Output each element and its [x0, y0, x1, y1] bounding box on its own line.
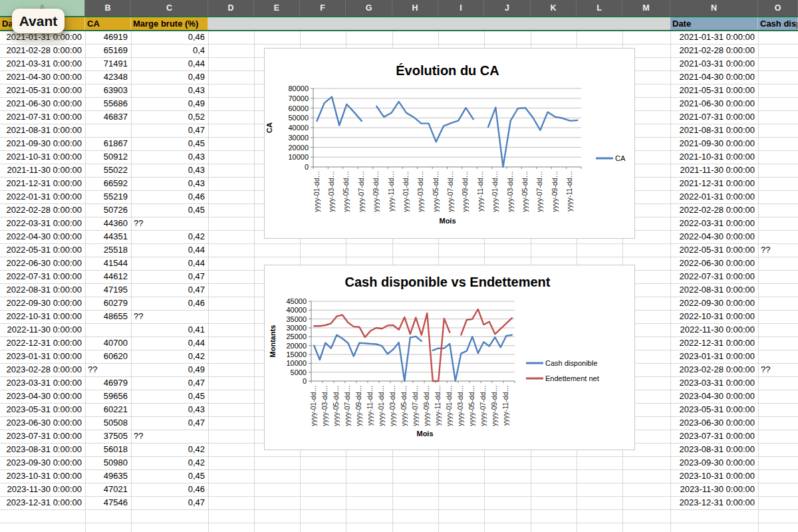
cell[interactable]: 2023-10-31 0:00:00 [670, 469, 758, 483]
cell[interactable]: ?? [131, 430, 208, 443]
cell[interactable]: 47021 [85, 483, 131, 496]
header-cell-ca[interactable]: CA [85, 17, 131, 30]
cell[interactable]: 2021-10-31 0:00:00 [670, 150, 758, 164]
cell[interactable]: 46979 [85, 376, 131, 390]
cell[interactable]: 0,44 [131, 257, 208, 270]
cell[interactable]: 0,43 [131, 177, 208, 190]
cell[interactable]: 2023-02-28 0:00:00 [670, 363, 758, 376]
header-cell-cash[interactable]: Cash dispo [758, 17, 798, 30]
cell[interactable]: 0,45 [131, 137, 208, 150]
cell[interactable]: 2021-01-31 0:00:00 [670, 31, 758, 44]
cell[interactable]: 2023-03-31 0:00:00 [670, 376, 758, 390]
cell[interactable]: 0,43 [131, 403, 208, 416]
cell[interactable]: 2021-04-30 0:00:00 [0, 70, 85, 84]
cell[interactable]: 2021-11-30 0:00:00 [0, 164, 85, 177]
cell[interactable]: 2021-07-31 0:00:00 [670, 110, 758, 124]
cell[interactable]: 2021-03-31 0:00:00 [0, 57, 85, 70]
cell[interactable]: 55219 [85, 190, 131, 203]
cell[interactable]: 2022-10-31 0:00:00 [0, 310, 85, 323]
cell[interactable]: 2023-06-30 0:00:00 [670, 416, 758, 430]
cell[interactable]: 0,42 [131, 350, 208, 363]
cell[interactable]: 55022 [85, 164, 131, 177]
cell[interactable]: 2022-12-31 0:00:00 [670, 336, 758, 350]
cell[interactable]: 47195 [85, 283, 131, 297]
chart-ca-evolution[interactable]: 0100002000030000400005000060000700008000… [264, 48, 635, 239]
cell[interactable]: 2021-10-31 0:00:00 [0, 150, 85, 164]
cell[interactable]: 2022-11-30 0:00:00 [670, 323, 758, 336]
cell[interactable]: 2021-09-30 0:00:00 [0, 137, 85, 150]
cell[interactable]: 48655 [85, 310, 131, 323]
cell[interactable]: 2022-10-31 0:00:00 [670, 310, 758, 323]
cell[interactable]: 2023-12-31 0:00:00 [670, 496, 758, 509]
cell[interactable]: 2023-10-31 0:00:00 [0, 469, 85, 483]
column-header-F[interactable]: F [300, 0, 346, 16]
header-cell-date-right[interactable]: Date [670, 17, 758, 30]
column-header-I[interactable]: I [438, 0, 484, 16]
cell[interactable]: 2023-12-31 0:00:00 [0, 496, 85, 509]
cell[interactable]: 0,52 [131, 110, 208, 124]
cell[interactable]: 2023-01-31 0:00:00 [0, 350, 85, 363]
cell[interactable]: 2021-06-30 0:00:00 [0, 97, 85, 110]
cell[interactable]: 0,43 [131, 150, 208, 164]
cell[interactable]: 46837 [85, 110, 131, 124]
cell[interactable]: 2022-09-30 0:00:00 [0, 297, 85, 310]
cell[interactable]: 0,43 [131, 84, 208, 97]
header-cell-marge[interactable]: Marge brute (%) [131, 17, 208, 30]
column-header-B[interactable]: B [85, 0, 131, 16]
cell[interactable]: 0,45 [131, 390, 208, 403]
cell[interactable]: 37505 [85, 430, 131, 443]
cell[interactable]: 2021-08-31 0:00:00 [670, 124, 758, 137]
cell[interactable]: 2021-06-30 0:00:00 [670, 97, 758, 110]
column-header-C[interactable]: C [131, 0, 208, 16]
cell[interactable]: ?? [131, 310, 208, 323]
cell[interactable]: 2023-04-30 0:00:00 [0, 390, 85, 403]
cell[interactable]: 60620 [85, 350, 131, 363]
cell[interactable]: 2023-09-30 0:00:00 [0, 456, 85, 469]
cell[interactable]: 2022-03-31 0:00:00 [670, 217, 758, 230]
chart-cash-vs-debt[interactable]: 0500010000150002000025000300003500040000… [264, 265, 635, 450]
cell[interactable]: 2023-06-30 0:00:00 [0, 416, 85, 430]
cell[interactable]: 44612 [85, 270, 131, 283]
cell[interactable]: 0,47 [131, 496, 208, 509]
cell[interactable]: 2022-01-31 0:00:00 [0, 190, 85, 203]
cell[interactable]: 0,44 [131, 57, 208, 70]
cell[interactable]: 2022-05-31 0:00:00 [670, 243, 758, 257]
cell[interactable]: 0,49 [131, 70, 208, 84]
cell[interactable]: 44360 [85, 217, 131, 230]
cell[interactable]: 2022-08-31 0:00:00 [670, 283, 758, 297]
cell[interactable]: 59656 [85, 390, 131, 403]
cell[interactable]: 2021-05-31 0:00:00 [670, 84, 758, 97]
cell[interactable]: 2023-07-31 0:00:00 [0, 430, 85, 443]
cell[interactable]: 0,46 [131, 31, 208, 44]
cell[interactable]: 2023-05-31 0:00:00 [670, 403, 758, 416]
cell[interactable]: 2021-12-31 0:00:00 [0, 177, 85, 190]
cell[interactable]: 0,47 [131, 376, 208, 390]
cell[interactable]: 0,42 [131, 456, 208, 469]
cell[interactable]: 2022-09-30 0:00:00 [670, 297, 758, 310]
column-header-D[interactable]: D [208, 0, 254, 16]
cell[interactable]: 2023-08-31 0:00:00 [0, 443, 85, 456]
cell[interactable]: 25518 [85, 243, 131, 257]
cell[interactable]: 47546 [85, 496, 131, 509]
cell[interactable]: 2023-01-31 0:00:00 [670, 350, 758, 363]
cell[interactable]: 2023-11-30 0:00:00 [670, 483, 758, 496]
cell[interactable]: 2021-09-30 0:00:00 [670, 137, 758, 150]
cell[interactable]: 0,47 [131, 283, 208, 297]
cell[interactable]: 2022-05-31 0:00:00 [0, 243, 85, 257]
cell[interactable]: 0,47 [131, 270, 208, 283]
column-header-K[interactable]: K [531, 0, 577, 16]
cell[interactable]: 2023-05-31 0:00:00 [0, 403, 85, 416]
cell[interactable]: 2023-09-30 0:00:00 [670, 456, 758, 469]
cell[interactable]: 2022-01-31 0:00:00 [670, 190, 758, 203]
cell[interactable]: 2022-02-28 0:00:00 [670, 203, 758, 217]
cell[interactable]: ?? [131, 217, 208, 230]
cell[interactable]: 49635 [85, 469, 131, 483]
cell[interactable]: 2022-07-31 0:00:00 [670, 270, 758, 283]
cell[interactable]: 0,45 [131, 203, 208, 217]
cell[interactable]: 2023-04-30 0:00:00 [670, 390, 758, 403]
cell[interactable]: 2022-08-31 0:00:00 [0, 283, 85, 297]
cell[interactable]: 2021-03-31 0:00:00 [670, 57, 758, 70]
cell[interactable]: 2023-03-31 0:00:00 [0, 376, 85, 390]
cell[interactable]: 2022-04-30 0:00:00 [0, 230, 85, 243]
cell[interactable]: 56018 [85, 443, 131, 456]
